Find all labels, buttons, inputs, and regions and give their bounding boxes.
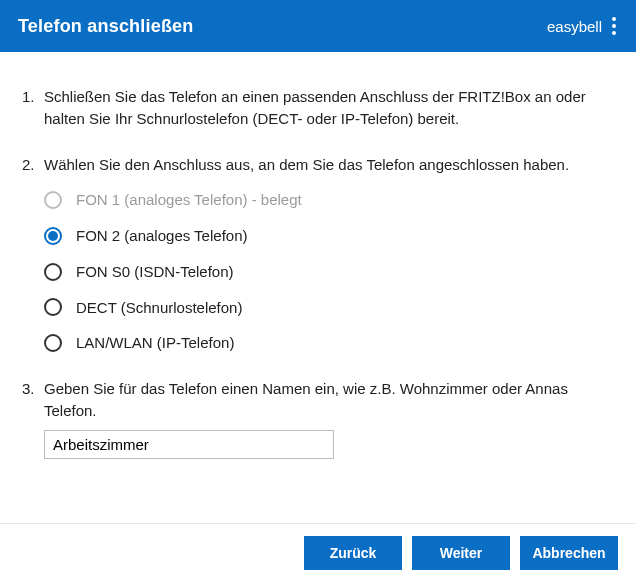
radio-icon <box>44 298 62 316</box>
radio-icon <box>44 191 62 209</box>
cancel-button[interactable]: Abbrechen <box>520 536 618 570</box>
header-right: easybell <box>547 13 618 39</box>
more-menu-icon[interactable] <box>610 13 618 39</box>
option-label: FON 2 (analoges Telefon) <box>76 225 247 247</box>
option-label: FON 1 (analoges Telefon) - belegt <box>76 189 302 211</box>
step-3-text: Geben Sie für das Telefon einen Namen ei… <box>44 380 568 419</box>
step-2: Wählen Sie den Anschluss aus, an dem Sie… <box>22 154 614 355</box>
back-button[interactable]: Zurück <box>304 536 402 570</box>
option-lanwlan[interactable]: LAN/WLAN (IP-Telefon) <box>44 332 614 354</box>
option-fon1: FON 1 (analoges Telefon) - belegt <box>44 189 614 211</box>
option-fons0[interactable]: FON S0 (ISDN-Telefon) <box>44 261 614 283</box>
dialog-content: Schließen Sie das Telefon an einen passe… <box>0 52 636 523</box>
dialog-header: Telefon anschließen easybell <box>0 0 636 52</box>
step-3: Geben Sie für das Telefon einen Namen ei… <box>22 378 614 459</box>
option-fon2[interactable]: FON 2 (analoges Telefon) <box>44 225 614 247</box>
step-2-text: Wählen Sie den Anschluss aus, an dem Sie… <box>44 156 569 173</box>
option-label: FON S0 (ISDN-Telefon) <box>76 261 234 283</box>
radio-icon <box>44 334 62 352</box>
option-label: LAN/WLAN (IP-Telefon) <box>76 332 234 354</box>
phone-name-input[interactable] <box>44 430 334 459</box>
provider-brand: easybell <box>547 18 602 35</box>
step-1-text: Schließen Sie das Telefon an einen passe… <box>22 86 614 130</box>
page-title: Telefon anschließen <box>18 16 194 37</box>
option-label: DECT (Schnurlostelefon) <box>76 297 242 319</box>
option-dect[interactable]: DECT (Schnurlostelefon) <box>44 297 614 319</box>
next-button[interactable]: Weiter <box>412 536 510 570</box>
dialog-footer: Zurück Weiter Abbrechen <box>0 523 636 574</box>
connection-options: FON 1 (analoges Telefon) - belegt FON 2 … <box>44 189 614 354</box>
radio-icon <box>44 227 62 245</box>
radio-icon <box>44 263 62 281</box>
